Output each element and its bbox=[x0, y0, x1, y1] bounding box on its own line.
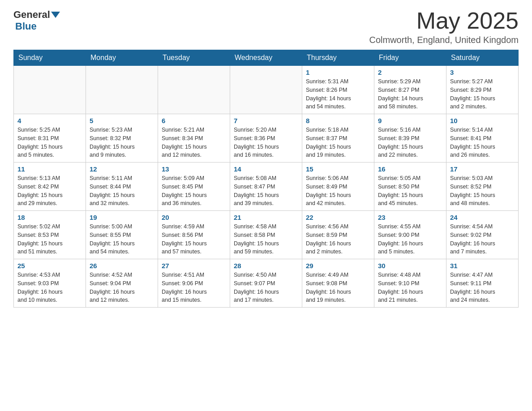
day-info: Sunrise: 4:54 AM Sunset: 9:02 PM Dayligh… bbox=[450, 223, 515, 256]
day-info: Sunrise: 4:47 AM Sunset: 9:11 PM Dayligh… bbox=[450, 271, 515, 304]
weekday-header-tuesday: Tuesday bbox=[158, 50, 230, 66]
calendar-cell: 22Sunrise: 4:56 AM Sunset: 8:59 PM Dayli… bbox=[302, 211, 374, 259]
calendar-cell: 3Sunrise: 5:27 AM Sunset: 8:29 PM Daylig… bbox=[446, 66, 519, 114]
day-info: Sunrise: 4:56 AM Sunset: 8:59 PM Dayligh… bbox=[306, 223, 370, 256]
calendar-cell bbox=[158, 66, 230, 114]
day-info: Sunrise: 5:02 AM Sunset: 8:53 PM Dayligh… bbox=[17, 223, 82, 256]
calendar-cell bbox=[86, 66, 158, 114]
calendar-cell: 31Sunrise: 4:47 AM Sunset: 9:11 PM Dayli… bbox=[446, 259, 519, 308]
day-info: Sunrise: 5:00 AM Sunset: 8:55 PM Dayligh… bbox=[90, 223, 154, 256]
title-area: May 2025 Colmworth, England, United King… bbox=[369, 9, 519, 45]
weekday-header-saturday: Saturday bbox=[446, 50, 519, 66]
calendar-cell: 1Sunrise: 5:31 AM Sunset: 8:26 PM Daylig… bbox=[302, 66, 374, 114]
day-info: Sunrise: 4:48 AM Sunset: 9:10 PM Dayligh… bbox=[378, 271, 442, 304]
day-info: Sunrise: 4:58 AM Sunset: 8:58 PM Dayligh… bbox=[234, 223, 298, 256]
day-number: 13 bbox=[162, 165, 226, 173]
logo-blue-text: Blue bbox=[15, 21, 37, 32]
week-row-4: 18Sunrise: 5:02 AM Sunset: 8:53 PM Dayli… bbox=[14, 211, 519, 259]
day-info: Sunrise: 5:27 AM Sunset: 8:29 PM Dayligh… bbox=[450, 77, 515, 111]
calendar-table: SundayMondayTuesdayWednesdayThursdayFrid… bbox=[13, 50, 519, 308]
day-number: 22 bbox=[306, 214, 370, 221]
calendar-cell: 9Sunrise: 5:16 AM Sunset: 8:39 PM Daylig… bbox=[374, 114, 446, 163]
day-info: Sunrise: 5:20 AM Sunset: 8:36 PM Dayligh… bbox=[234, 126, 298, 159]
day-info: Sunrise: 5:29 AM Sunset: 8:27 PM Dayligh… bbox=[378, 77, 442, 111]
day-number: 1 bbox=[306, 68, 370, 76]
day-info: Sunrise: 5:16 AM Sunset: 8:39 PM Dayligh… bbox=[378, 126, 442, 159]
weekday-header-sunday: Sunday bbox=[14, 50, 86, 66]
logo-general-text: General bbox=[13, 9, 50, 21]
day-number: 26 bbox=[90, 262, 154, 270]
day-number: 21 bbox=[234, 214, 298, 221]
calendar-cell: 17Sunrise: 5:03 AM Sunset: 8:52 PM Dayli… bbox=[446, 163, 519, 211]
day-number: 18 bbox=[17, 214, 82, 221]
calendar-cell: 8Sunrise: 5:18 AM Sunset: 8:37 PM Daylig… bbox=[302, 114, 374, 163]
day-number: 10 bbox=[450, 117, 515, 124]
day-info: Sunrise: 5:03 AM Sunset: 8:52 PM Dayligh… bbox=[450, 174, 515, 208]
calendar-cell bbox=[230, 66, 302, 114]
day-info: Sunrise: 4:51 AM Sunset: 9:06 PM Dayligh… bbox=[162, 271, 226, 304]
day-number: 4 bbox=[17, 117, 82, 124]
location-title: Colmworth, England, United Kingdom bbox=[369, 35, 519, 45]
calendar-cell: 7Sunrise: 5:20 AM Sunset: 8:36 PM Daylig… bbox=[230, 114, 302, 163]
day-number: 20 bbox=[162, 214, 226, 221]
calendar-cell: 18Sunrise: 5:02 AM Sunset: 8:53 PM Dayli… bbox=[14, 211, 86, 259]
day-number: 25 bbox=[17, 262, 82, 270]
week-row-5: 25Sunrise: 4:53 AM Sunset: 9:03 PM Dayli… bbox=[14, 259, 519, 308]
weekday-header-thursday: Thursday bbox=[302, 50, 374, 66]
day-number: 12 bbox=[90, 165, 154, 173]
calendar-cell bbox=[14, 66, 86, 114]
day-number: 19 bbox=[90, 214, 154, 221]
calendar-cell: 14Sunrise: 5:08 AM Sunset: 8:47 PM Dayli… bbox=[230, 163, 302, 211]
calendar-cell: 25Sunrise: 4:53 AM Sunset: 9:03 PM Dayli… bbox=[14, 259, 86, 308]
month-title: May 2025 bbox=[369, 9, 519, 32]
day-info: Sunrise: 4:55 AM Sunset: 9:00 PM Dayligh… bbox=[378, 223, 442, 256]
logo-triangle-icon bbox=[51, 12, 60, 18]
day-info: Sunrise: 4:59 AM Sunset: 8:56 PM Dayligh… bbox=[162, 223, 226, 256]
week-row-1: 1Sunrise: 5:31 AM Sunset: 8:26 PM Daylig… bbox=[14, 66, 519, 114]
day-info: Sunrise: 4:53 AM Sunset: 9:03 PM Dayligh… bbox=[17, 271, 82, 304]
day-info: Sunrise: 5:09 AM Sunset: 8:45 PM Dayligh… bbox=[162, 174, 226, 208]
header: General Blue May 2025 Colmworth, England… bbox=[13, 9, 519, 45]
calendar-cell: 21Sunrise: 4:58 AM Sunset: 8:58 PM Dayli… bbox=[230, 211, 302, 259]
day-info: Sunrise: 5:05 AM Sunset: 8:50 PM Dayligh… bbox=[378, 174, 442, 208]
day-number: 28 bbox=[234, 262, 298, 270]
calendar-cell: 16Sunrise: 5:05 AM Sunset: 8:50 PM Dayli… bbox=[374, 163, 446, 211]
calendar-cell: 15Sunrise: 5:06 AM Sunset: 8:49 PM Dayli… bbox=[302, 163, 374, 211]
day-number: 7 bbox=[234, 117, 298, 124]
calendar-cell: 24Sunrise: 4:54 AM Sunset: 9:02 PM Dayli… bbox=[446, 211, 519, 259]
calendar-cell: 19Sunrise: 5:00 AM Sunset: 8:55 PM Dayli… bbox=[86, 211, 158, 259]
calendar-cell: 5Sunrise: 5:23 AM Sunset: 8:32 PM Daylig… bbox=[86, 114, 158, 163]
weekday-header-friday: Friday bbox=[374, 50, 446, 66]
day-info: Sunrise: 5:21 AM Sunset: 8:34 PM Dayligh… bbox=[162, 126, 226, 159]
calendar-cell: 4Sunrise: 5:25 AM Sunset: 8:31 PM Daylig… bbox=[14, 114, 86, 163]
weekday-header-monday: Monday bbox=[86, 50, 158, 66]
week-row-3: 11Sunrise: 5:13 AM Sunset: 8:42 PM Dayli… bbox=[14, 163, 519, 211]
calendar-cell: 28Sunrise: 4:50 AM Sunset: 9:07 PM Dayli… bbox=[230, 259, 302, 308]
weekday-header-row: SundayMondayTuesdayWednesdayThursdayFrid… bbox=[14, 50, 519, 66]
logo: General Blue bbox=[13, 9, 61, 32]
calendar-cell: 11Sunrise: 5:13 AM Sunset: 8:42 PM Dayli… bbox=[14, 163, 86, 211]
day-number: 31 bbox=[450, 262, 515, 270]
day-number: 27 bbox=[162, 262, 226, 270]
day-number: 8 bbox=[306, 117, 370, 124]
day-number: 11 bbox=[17, 165, 82, 173]
day-number: 2 bbox=[378, 68, 442, 76]
day-number: 24 bbox=[450, 214, 515, 221]
calendar-cell: 26Sunrise: 4:52 AM Sunset: 9:04 PM Dayli… bbox=[86, 259, 158, 308]
calendar-cell: 10Sunrise: 5:14 AM Sunset: 8:41 PM Dayli… bbox=[446, 114, 519, 163]
day-info: Sunrise: 4:49 AM Sunset: 9:08 PM Dayligh… bbox=[306, 271, 370, 304]
calendar-cell: 23Sunrise: 4:55 AM Sunset: 9:00 PM Dayli… bbox=[374, 211, 446, 259]
day-info: Sunrise: 5:31 AM Sunset: 8:26 PM Dayligh… bbox=[306, 77, 370, 111]
calendar-cell: 27Sunrise: 4:51 AM Sunset: 9:06 PM Dayli… bbox=[158, 259, 230, 308]
day-number: 16 bbox=[378, 165, 442, 173]
calendar-cell: 12Sunrise: 5:11 AM Sunset: 8:44 PM Dayli… bbox=[86, 163, 158, 211]
calendar-cell: 13Sunrise: 5:09 AM Sunset: 8:45 PM Dayli… bbox=[158, 163, 230, 211]
day-number: 14 bbox=[234, 165, 298, 173]
day-number: 6 bbox=[162, 117, 226, 124]
day-info: Sunrise: 4:52 AM Sunset: 9:04 PM Dayligh… bbox=[90, 271, 154, 304]
day-number: 15 bbox=[306, 165, 370, 173]
day-number: 9 bbox=[378, 117, 442, 124]
weekday-header-wednesday: Wednesday bbox=[230, 50, 302, 66]
day-number: 5 bbox=[90, 117, 154, 124]
day-info: Sunrise: 5:25 AM Sunset: 8:31 PM Dayligh… bbox=[17, 126, 82, 159]
